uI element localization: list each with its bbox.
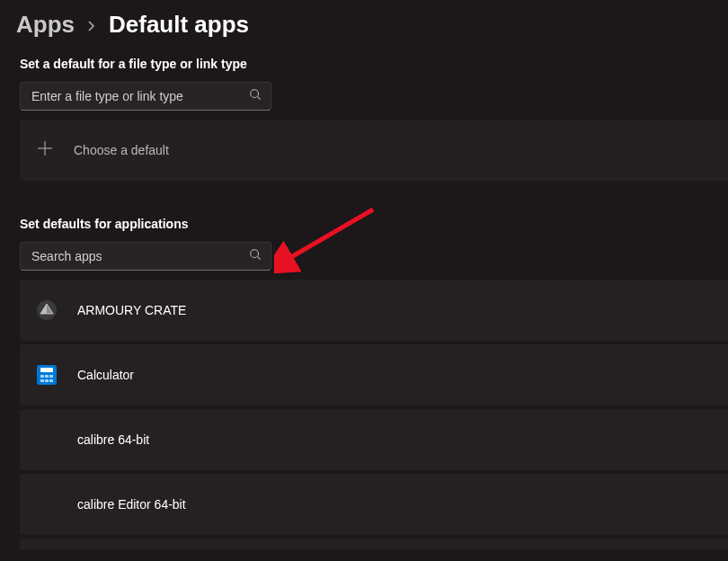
filetype-search-box[interactable] (20, 82, 271, 111)
plus-icon (36, 139, 54, 161)
app-row-calculator[interactable]: Calculator (20, 344, 728, 405)
section-apps-label: Set defaults for applications (0, 217, 728, 231)
apps-search-box[interactable] (20, 242, 271, 271)
svg-rect-12 (45, 375, 49, 378)
app-label: Calculator (77, 368, 134, 382)
filetype-search-input[interactable] (31, 89, 249, 103)
app-label: calibre Editor 64-bit (77, 497, 186, 512)
app-row-partial[interactable] (20, 539, 728, 549)
app-row-calibre[interactable]: calibre 64-bit (20, 409, 728, 470)
svg-line-1 (258, 97, 261, 100)
svg-point-4 (251, 250, 259, 258)
breadcrumb-parent[interactable]: Apps (16, 11, 75, 39)
section-filetype-label: Set a default for a file type or link ty… (0, 57, 728, 71)
app-row-calibre-editor[interactable]: calibre Editor 64-bit (20, 474, 728, 535)
svg-rect-14 (40, 379, 44, 382)
breadcrumb-current: Default apps (109, 11, 249, 39)
armoury-crate-icon (36, 299, 58, 321)
choose-default-label: Choose a default (74, 143, 169, 157)
svg-rect-16 (49, 379, 53, 382)
search-icon (249, 248, 262, 264)
svg-rect-13 (49, 375, 53, 378)
empty-icon (36, 494, 58, 515)
svg-point-0 (251, 90, 259, 98)
svg-rect-10 (40, 368, 53, 372)
svg-rect-15 (45, 379, 49, 382)
app-label: ARMOURY CRATE (77, 303, 186, 317)
choose-default-row[interactable]: Choose a default (20, 120, 728, 181)
app-label: calibre 64-bit (77, 432, 149, 447)
app-row-armoury-crate[interactable]: ARMOURY CRATE (20, 280, 728, 341)
apps-list: ARMOURY CRATE Calculator calibre 64-bit … (20, 280, 728, 549)
svg-line-5 (258, 257, 261, 260)
svg-rect-11 (40, 375, 44, 378)
chevron-right-icon (87, 20, 96, 34)
empty-icon (36, 429, 58, 450)
apps-search-input[interactable] (31, 249, 249, 263)
breadcrumb: Apps Default apps (0, 0, 728, 57)
calculator-icon (36, 364, 58, 386)
search-icon (249, 88, 262, 104)
